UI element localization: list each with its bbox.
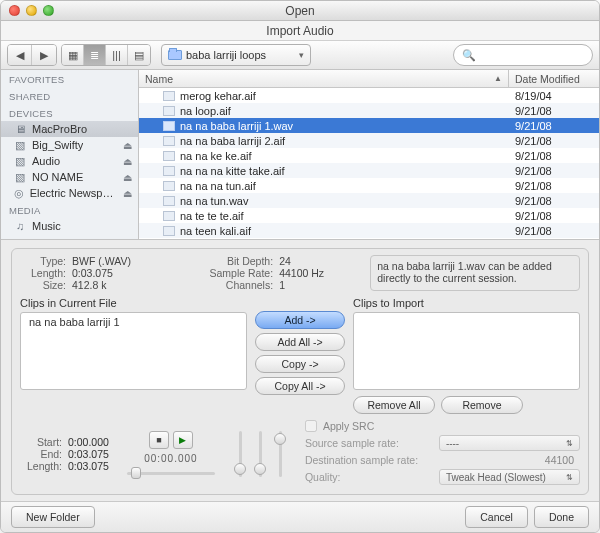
file-name: na na ke ke.aif <box>180 150 252 162</box>
length-value: 0:03.075 <box>72 267 113 279</box>
list-item[interactable]: na na baba larriji 1 <box>24 316 243 328</box>
sidebar-item[interactable]: ▧NO NAME⏏ <box>1 169 138 185</box>
level-slider-2[interactable] <box>253 431 267 477</box>
sidebar-section-devices: DEVICES <box>1 104 138 121</box>
sidebar-item[interactable]: ♫Music <box>1 218 138 234</box>
disk-icon: ▧ <box>13 139 27 151</box>
table-row[interactable]: na na na kitte take.aif9/21/08 <box>139 163 599 178</box>
open-dialog: Open Import Audio ◀ ▶ ▦ ≣ ||| ▤ baba lar… <box>0 0 600 533</box>
apply-src-checkbox[interactable] <box>305 420 317 432</box>
chevron-updown-icon: ⇅ <box>566 473 573 482</box>
file-name: na na na tun.aif <box>180 180 256 192</box>
sidebar-item-label: NO NAME <box>32 171 83 183</box>
src-source-popup[interactable]: ----⇅ <box>439 435 580 451</box>
cancel-button[interactable]: Cancel <box>465 506 528 528</box>
forward-button[interactable]: ▶ <box>32 45 56 65</box>
level-slider-3[interactable] <box>273 431 287 477</box>
scrub-slider[interactable] <box>127 468 215 478</box>
length-value-2: 0:03.075 <box>68 460 109 472</box>
file-pane: Name▲ Date Modified merog kehar.aif8/19/… <box>139 70 599 239</box>
table-row[interactable]: na na baba larriji 2.aif9/21/08 <box>139 133 599 148</box>
column-date[interactable]: Date Modified <box>509 70 599 87</box>
src-dest-value: 44100 <box>439 454 580 466</box>
folder-icon <box>168 50 182 60</box>
sidebar-item-label: Big_Swifty <box>32 139 83 151</box>
table-row[interactable]: na na tun.wav9/21/08 <box>139 193 599 208</box>
sidebar-item[interactable]: 🖥MacProBro <box>1 121 138 137</box>
view-icon-columns-icon[interactable]: ||| <box>106 45 128 65</box>
column-name[interactable]: Name▲ <box>139 70 509 87</box>
sidebar-item[interactable]: ◎Electric Newspaper…⏏ <box>1 185 138 201</box>
eject-icon[interactable]: ⏏ <box>123 172 132 183</box>
table-row[interactable]: na na baba larriji 1.wav9/21/08 <box>139 118 599 133</box>
path-popup[interactable]: baba larriji loops ▾ <box>161 44 311 66</box>
file-date: 9/21/08 <box>509 165 599 177</box>
done-button[interactable]: Done <box>534 506 589 528</box>
display-icon: 🖥 <box>13 123 27 135</box>
level-sliders <box>233 431 287 477</box>
sidebar-section-shared: SHARED <box>1 87 138 104</box>
table-row[interactable]: merog kehar.aif8/19/04 <box>139 88 599 103</box>
table-row[interactable]: na te te te.aif9/21/08 <box>139 208 599 223</box>
back-button[interactable]: ◀ <box>8 45 32 65</box>
time-info: Start:0:00.000 End:0:03.075 Length:0:03.… <box>20 436 109 472</box>
copy-button[interactable]: Copy -> <box>255 355 345 373</box>
clips-area: Clips in Current File na na baba larriji… <box>20 297 580 414</box>
type-value: BWF (.WAV) <box>72 255 131 267</box>
src-options: Apply SRC Source sample rate:----⇅ Desti… <box>305 420 580 488</box>
search-input[interactable]: 🔍 <box>453 44 593 66</box>
src-source-label: Source sample rate: <box>305 437 433 449</box>
view-icon-coverflow-icon[interactable]: ▤ <box>128 45 150 65</box>
audio-file-icon <box>163 166 175 176</box>
level-slider-1[interactable] <box>233 431 247 477</box>
clips-import-list[interactable] <box>353 312 580 390</box>
length-label: Length: <box>20 267 66 279</box>
sidebar-section-favorites: FAVORITES <box>1 70 138 87</box>
file-date: 9/21/08 <box>509 135 599 147</box>
file-date: 9/21/08 <box>509 120 599 132</box>
file-list[interactable]: merog kehar.aif8/19/04na loop.aif9/21/08… <box>139 88 599 239</box>
new-folder-button[interactable]: New Folder <box>11 506 95 528</box>
view-icon-list-icon[interactable]: ≣ <box>84 45 106 65</box>
eject-icon[interactable]: ⏏ <box>123 188 132 199</box>
footer: New Folder Cancel Done <box>1 501 599 532</box>
audio-file-icon <box>163 226 175 236</box>
table-row[interactable]: na na ke ke.aif9/21/08 <box>139 148 599 163</box>
file-name: na teen kali.aif <box>180 225 251 237</box>
view-icon-grid-icon[interactable]: ▦ <box>62 45 84 65</box>
samplerate-label: Sample Rate: <box>195 267 273 279</box>
eject-icon[interactable]: ⏏ <box>123 140 132 151</box>
search-icon: 🔍 <box>462 49 476 62</box>
audio-file-icon <box>163 91 175 101</box>
time-counter: 00:00.000 <box>144 453 198 464</box>
copy-all-button[interactable]: Copy All -> <box>255 377 345 395</box>
play-button[interactable]: ▶ <box>173 431 193 449</box>
eject-icon[interactable]: ⏏ <box>123 156 132 167</box>
disk-icon: ▧ <box>13 155 27 167</box>
add-all-button[interactable]: Add All -> <box>255 333 345 351</box>
file-date: 9/21/08 <box>509 105 599 117</box>
clips-current-list[interactable]: na na baba larriji 1 <box>20 312 247 390</box>
size-label: Size: <box>20 279 66 291</box>
remove-button[interactable]: Remove <box>441 396 523 414</box>
table-row[interactable]: na teen kali.aif9/21/08 <box>139 223 599 238</box>
bottom-panel: Type:BWF (.WAV) Length:0:03.075 Size:412… <box>1 240 599 501</box>
file-header: Name▲ Date Modified <box>139 70 599 88</box>
note-icon: ♫ <box>13 220 27 232</box>
audio-file-icon <box>163 151 175 161</box>
audio-file-icon <box>163 121 175 131</box>
audio-file-icon <box>163 136 175 146</box>
src-quality-popup[interactable]: Tweak Head (Slowest)⇅ <box>439 469 580 485</box>
file-date: 9/21/08 <box>509 210 599 222</box>
table-row[interactable]: na tete ta tun na tete ta.aif9/21/08 <box>139 238 599 239</box>
sidebar-item[interactable]: ▧Audio⏏ <box>1 153 138 169</box>
remove-all-button[interactable]: Remove All <box>353 396 435 414</box>
stop-button[interactable]: ■ <box>149 431 169 449</box>
transport: ■ ▶ 00:00.000 <box>127 431 215 478</box>
table-row[interactable]: na na na tun.aif9/21/08 <box>139 178 599 193</box>
file-name: merog kehar.aif <box>180 90 256 102</box>
table-row[interactable]: na loop.aif9/21/08 <box>139 103 599 118</box>
add-button[interactable]: Add -> <box>255 311 345 329</box>
sidebar-item[interactable]: ▧Big_Swifty⏏ <box>1 137 138 153</box>
titlebar: Open <box>1 1 599 21</box>
